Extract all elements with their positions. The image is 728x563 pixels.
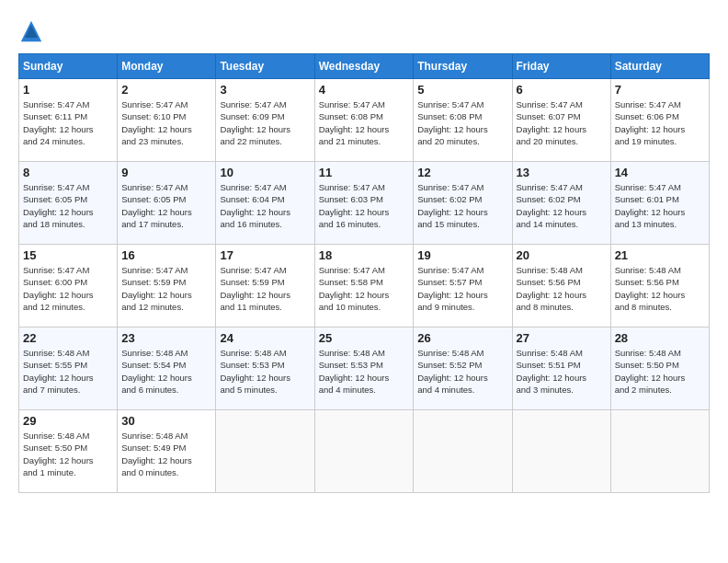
header-friday: Friday <box>512 54 610 79</box>
cell-content: Sunrise: 5:47 AM Sunset: 5:59 PM Dayligh… <box>121 264 211 313</box>
calendar-cell: 17 Sunrise: 5:47 AM Sunset: 5:59 PM Dayl… <box>216 245 314 327</box>
calendar-cell <box>314 410 414 493</box>
calendar-cell: 27 Sunrise: 5:48 AM Sunset: 5:51 PM Dayl… <box>512 327 610 410</box>
day-number: 13 <box>517 166 607 179</box>
calendar-header-row: SundayMondayTuesdayWednesdayThursdayFrid… <box>19 54 710 79</box>
cell-content: Sunrise: 5:47 AM Sunset: 6:09 PM Dayligh… <box>220 98 310 147</box>
calendar-cell: 23 Sunrise: 5:48 AM Sunset: 5:54 PM Dayl… <box>118 327 216 410</box>
header-saturday: Saturday <box>610 54 709 79</box>
calendar-cell: 21 Sunrise: 5:48 AM Sunset: 5:56 PM Dayl… <box>610 245 709 327</box>
calendar-cell: 11 Sunrise: 5:47 AM Sunset: 6:03 PM Dayl… <box>314 162 414 245</box>
cell-content: Sunrise: 5:48 AM Sunset: 5:54 PM Dayligh… <box>121 347 211 396</box>
header-tuesday: Tuesday <box>216 54 314 79</box>
cell-content: Sunrise: 5:47 AM Sunset: 5:57 PM Dayligh… <box>417 264 507 313</box>
calendar-cell: 9 Sunrise: 5:47 AM Sunset: 6:05 PM Dayli… <box>118 162 216 245</box>
cell-content: Sunrise: 5:48 AM Sunset: 5:50 PM Dayligh… <box>23 430 113 478</box>
cell-content: Sunrise: 5:48 AM Sunset: 5:52 PM Dayligh… <box>417 347 507 396</box>
day-number: 30 <box>121 414 211 428</box>
calendar-cell: 18 Sunrise: 5:47 AM Sunset: 5:58 PM Dayl… <box>314 245 414 327</box>
cell-content: Sunrise: 5:48 AM Sunset: 5:51 PM Dayligh… <box>517 347 607 396</box>
day-number: 17 <box>220 248 310 262</box>
cell-content: Sunrise: 5:47 AM Sunset: 6:06 PM Dayligh… <box>615 98 705 147</box>
cell-content: Sunrise: 5:47 AM Sunset: 6:08 PM Dayligh… <box>417 98 507 147</box>
calendar-table: SundayMondayTuesdayWednesdayThursdayFrid… <box>18 53 710 493</box>
header <box>18 18 710 44</box>
cell-content: Sunrise: 5:47 AM Sunset: 5:59 PM Dayligh… <box>220 264 310 313</box>
day-number: 1 <box>23 83 113 97</box>
cell-content: Sunrise: 5:47 AM Sunset: 6:01 PM Dayligh… <box>615 181 705 230</box>
header-monday: Monday <box>118 54 216 79</box>
cell-content: Sunrise: 5:47 AM Sunset: 6:05 PM Dayligh… <box>121 181 211 230</box>
header-thursday: Thursday <box>414 54 512 79</box>
day-number: 8 <box>23 166 113 179</box>
cell-content: Sunrise: 5:48 AM Sunset: 5:56 PM Dayligh… <box>517 264 607 313</box>
day-number: 29 <box>23 414 113 428</box>
cell-content: Sunrise: 5:47 AM Sunset: 5:58 PM Dayligh… <box>319 264 410 313</box>
logo <box>18 18 48 44</box>
header-sunday: Sunday <box>19 54 118 79</box>
calendar-cell: 3 Sunrise: 5:47 AM Sunset: 6:09 PM Dayli… <box>216 79 314 162</box>
day-number: 5 <box>417 83 507 97</box>
calendar-cell: 20 Sunrise: 5:48 AM Sunset: 5:56 PM Dayl… <box>512 245 610 327</box>
day-number: 10 <box>220 166 310 179</box>
day-number: 22 <box>23 331 113 345</box>
calendar-cell: 25 Sunrise: 5:48 AM Sunset: 5:53 PM Dayl… <box>314 327 414 410</box>
calendar-cell: 13 Sunrise: 5:47 AM Sunset: 6:02 PM Dayl… <box>512 162 610 245</box>
cell-content: Sunrise: 5:47 AM Sunset: 6:08 PM Dayligh… <box>319 98 410 147</box>
calendar-cell <box>610 410 709 493</box>
cell-content: Sunrise: 5:48 AM Sunset: 5:56 PM Dayligh… <box>615 264 705 313</box>
day-number: 14 <box>615 166 705 179</box>
cell-content: Sunrise: 5:47 AM Sunset: 6:03 PM Dayligh… <box>319 181 410 230</box>
calendar-cell: 7 Sunrise: 5:47 AM Sunset: 6:06 PM Dayli… <box>610 79 709 162</box>
calendar-cell: 14 Sunrise: 5:47 AM Sunset: 6:01 PM Dayl… <box>610 162 709 245</box>
day-number: 19 <box>417 248 507 262</box>
cell-content: Sunrise: 5:47 AM Sunset: 6:10 PM Dayligh… <box>121 98 211 147</box>
calendar-week-3: 15 Sunrise: 5:47 AM Sunset: 6:00 PM Dayl… <box>19 245 710 327</box>
day-number: 3 <box>220 83 310 97</box>
calendar-cell: 29 Sunrise: 5:48 AM Sunset: 5:50 PM Dayl… <box>19 410 118 493</box>
header-wednesday: Wednesday <box>314 54 414 79</box>
day-number: 6 <box>517 83 607 97</box>
cell-content: Sunrise: 5:47 AM Sunset: 6:05 PM Dayligh… <box>23 181 113 230</box>
calendar-cell: 30 Sunrise: 5:48 AM Sunset: 5:49 PM Dayl… <box>118 410 216 493</box>
calendar-cell: 8 Sunrise: 5:47 AM Sunset: 6:05 PM Dayli… <box>19 162 118 245</box>
cell-content: Sunrise: 5:48 AM Sunset: 5:53 PM Dayligh… <box>319 347 410 396</box>
day-number: 21 <box>615 248 705 262</box>
calendar-cell: 24 Sunrise: 5:48 AM Sunset: 5:53 PM Dayl… <box>216 327 314 410</box>
day-number: 7 <box>615 83 705 97</box>
day-number: 2 <box>121 83 211 97</box>
cell-content: Sunrise: 5:47 AM Sunset: 6:07 PM Dayligh… <box>517 98 607 147</box>
calendar-cell: 4 Sunrise: 5:47 AM Sunset: 6:08 PM Dayli… <box>314 79 414 162</box>
day-number: 27 <box>517 331 607 345</box>
day-number: 11 <box>319 166 410 179</box>
calendar-cell <box>216 410 314 493</box>
calendar-week-2: 8 Sunrise: 5:47 AM Sunset: 6:05 PM Dayli… <box>19 162 710 245</box>
day-number: 20 <box>517 248 607 262</box>
calendar-week-4: 22 Sunrise: 5:48 AM Sunset: 5:55 PM Dayl… <box>19 327 710 410</box>
cell-content: Sunrise: 5:47 AM Sunset: 6:02 PM Dayligh… <box>417 181 507 230</box>
calendar-cell <box>512 410 610 493</box>
calendar-cell <box>414 410 512 493</box>
calendar-cell: 19 Sunrise: 5:47 AM Sunset: 5:57 PM Dayl… <box>414 245 512 327</box>
calendar-cell: 5 Sunrise: 5:47 AM Sunset: 6:08 PM Dayli… <box>414 79 512 162</box>
day-number: 28 <box>615 331 705 345</box>
day-number: 18 <box>319 248 410 262</box>
cell-content: Sunrise: 5:47 AM Sunset: 6:00 PM Dayligh… <box>23 264 113 313</box>
calendar-cell: 6 Sunrise: 5:47 AM Sunset: 6:07 PM Dayli… <box>512 79 610 162</box>
calendar-cell: 15 Sunrise: 5:47 AM Sunset: 6:00 PM Dayl… <box>19 245 118 327</box>
day-number: 26 <box>417 331 507 345</box>
day-number: 16 <box>121 248 211 262</box>
calendar-cell: 2 Sunrise: 5:47 AM Sunset: 6:10 PM Dayli… <box>118 79 216 162</box>
calendar-cell: 16 Sunrise: 5:47 AM Sunset: 5:59 PM Dayl… <box>118 245 216 327</box>
cell-content: Sunrise: 5:47 AM Sunset: 6:04 PM Dayligh… <box>220 181 310 230</box>
calendar-cell: 10 Sunrise: 5:47 AM Sunset: 6:04 PM Dayl… <box>216 162 314 245</box>
cell-content: Sunrise: 5:47 AM Sunset: 6:02 PM Dayligh… <box>517 181 607 230</box>
day-number: 23 <box>121 331 211 345</box>
calendar-cell: 22 Sunrise: 5:48 AM Sunset: 5:55 PM Dayl… <box>19 327 118 410</box>
day-number: 12 <box>417 166 507 179</box>
calendar-week-5: 29 Sunrise: 5:48 AM Sunset: 5:50 PM Dayl… <box>19 410 710 493</box>
cell-content: Sunrise: 5:48 AM Sunset: 5:53 PM Dayligh… <box>220 347 310 396</box>
day-number: 9 <box>121 166 211 179</box>
calendar-cell: 26 Sunrise: 5:48 AM Sunset: 5:52 PM Dayl… <box>414 327 512 410</box>
logo-icon <box>18 18 44 44</box>
